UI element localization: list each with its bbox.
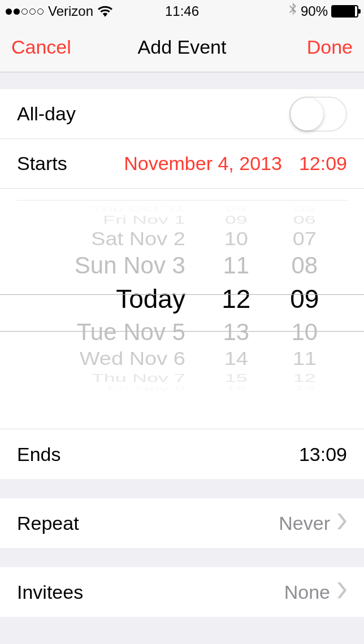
nav-bar: Cancel Add Event Done (0, 23, 364, 72)
datetime-picker[interactable]: Thu Oct 31 Fri Nov 1 Sat Nov 2 Sun Nov 3… (0, 189, 364, 429)
cancel-button[interactable]: Cancel (11, 36, 71, 58)
bluetooth-icon (288, 3, 297, 20)
ends-time: 13:09 (299, 443, 347, 465)
page-title: Add Event (138, 36, 227, 58)
repeat-label: Repeat (17, 512, 79, 534)
starts-value: November 4, 2013 12:09 (124, 153, 347, 175)
toggle-knob (291, 98, 323, 130)
all-day-label: All-day (17, 103, 76, 125)
status-right: 90% (288, 3, 358, 20)
all-day-toggle[interactable] (289, 97, 347, 132)
wifi-icon (98, 6, 112, 17)
chevron-right-icon (337, 582, 347, 603)
carrier-label: Verizon (48, 3, 93, 19)
ends-label: Ends (17, 443, 61, 465)
repeat-group: Repeat Never (0, 498, 364, 548)
battery-icon (331, 5, 358, 18)
starts-label: Starts (17, 153, 67, 175)
signal-strength-icon (6, 8, 44, 15)
starts-row[interactable]: Starts November 4, 2013 12:09 (0, 139, 364, 189)
invitees-label: Invitees (17, 581, 83, 603)
all-day-row: All-day (0, 89, 364, 139)
invitees-group: Invitees None (0, 567, 364, 617)
ends-row[interactable]: Ends 13:09 (0, 429, 364, 479)
status-bar: Verizon 11:46 90% (0, 0, 364, 23)
status-time: 11:46 (165, 3, 199, 19)
invitees-row[interactable]: Invitees None (0, 567, 364, 617)
status-left: Verizon (6, 3, 112, 19)
done-button[interactable]: Done (307, 36, 353, 58)
invitees-value: None (284, 581, 330, 603)
repeat-value: Never (279, 512, 330, 534)
starts-time: 12:09 (299, 153, 347, 175)
starts-date: November 4, 2013 (124, 153, 282, 175)
battery-percentage: 90% (301, 3, 328, 19)
time-group: All-day Starts November 4, 2013 12:09 Th… (0, 89, 364, 479)
chevron-right-icon (337, 513, 347, 534)
repeat-row[interactable]: Repeat Never (0, 498, 364, 548)
